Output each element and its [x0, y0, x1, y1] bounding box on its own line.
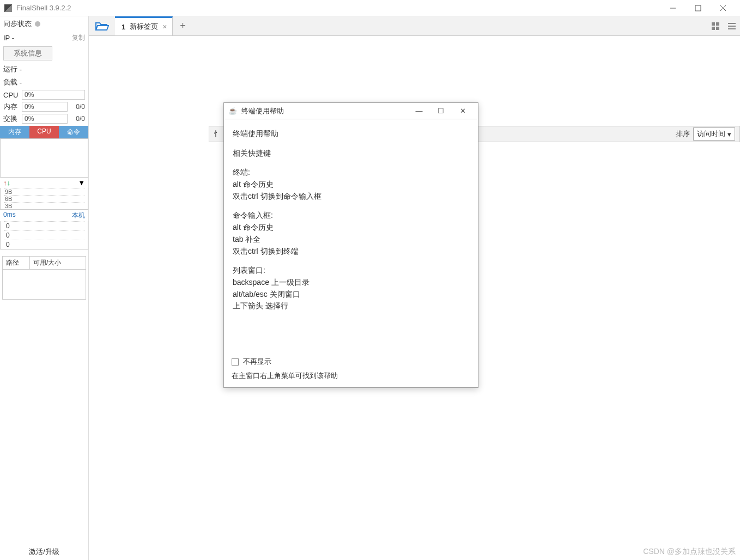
ping-val-0: 0: [4, 221, 84, 230]
sync-status-row: 同步状态: [0, 16, 88, 32]
mem-ratio: 0/0: [70, 103, 85, 111]
help-dialog: 终端使用帮助 — ☐ ✕ 终端使用帮助 相关快捷键 终端: alt 命令历史 双…: [223, 102, 478, 388]
chevron-down-icon: ▾: [727, 130, 731, 138]
dialog-title: 终端使用帮助: [241, 106, 408, 116]
toolbar-left-fragment: 忄: [214, 129, 221, 139]
dialog-minimize-button[interactable]: —: [408, 107, 430, 115]
dialog-titlebar[interactable]: 终端使用帮助 — ☐ ✕: [224, 103, 478, 119]
run-value: -: [20, 65, 22, 74]
cpu-row: CPU 0%: [0, 89, 88, 101]
tab-label: 新标签页: [130, 22, 158, 32]
load-label: 负载: [3, 77, 17, 87]
svg-rect-9: [728, 26, 736, 27]
dialog-heading: 终端使用帮助: [233, 128, 469, 140]
svg-rect-6: [712, 27, 715, 30]
dont-show-checkbox[interactable]: 不再显示: [232, 357, 470, 367]
cpu-value: 0%: [22, 90, 85, 100]
tabbar: 1 新标签页 × +: [89, 16, 740, 36]
add-tab-button[interactable]: +: [173, 16, 192, 35]
dialog-maximize-button[interactable]: ☐: [430, 107, 452, 115]
load-row: 负载 -: [0, 76, 88, 89]
titlebar: FinalShell 3.9.2.2: [0, 0, 740, 16]
svg-rect-7: [716, 27, 719, 30]
grid-view-icon[interactable]: [707, 16, 724, 35]
path-col-header[interactable]: 路径: [3, 257, 30, 269]
mem-label: 内存: [3, 102, 20, 112]
sort-select[interactable]: 访问时间 ▾: [693, 127, 735, 141]
graph-ticks: 9B 6B 3B: [0, 188, 88, 210]
sort-value: 访问时间: [697, 129, 725, 139]
maximize-button[interactable]: [686, 0, 711, 16]
ping-values: 0 0 0: [0, 221, 88, 249]
network-row: ↑ ↓ ▼: [0, 178, 88, 188]
svg-rect-10: [728, 28, 736, 29]
ping-val-1: 0: [4, 230, 84, 240]
tab-close-icon[interactable]: ×: [162, 22, 167, 31]
sync-status-label: 同步状态: [3, 19, 32, 29]
checkbox-icon: [232, 358, 239, 366]
app-title: FinalShell 3.9.2.2: [16, 4, 660, 12]
swap-value: 0%: [22, 114, 68, 124]
svg-rect-4: [712, 22, 715, 26]
ip-value: -: [12, 34, 14, 42]
dialog-body: 终端使用帮助 相关快捷键 终端: alt 命令历史 双击ctrl 切换到命令输入…: [224, 119, 478, 354]
sort-label: 排序: [676, 129, 690, 139]
tab-cpu[interactable]: CPU: [29, 126, 59, 138]
svg-rect-1: [695, 5, 701, 11]
dropdown-icon[interactable]: ▼: [78, 179, 85, 187]
size-col-header[interactable]: 可用/大小: [30, 257, 64, 269]
swap-label: 交换: [3, 114, 20, 124]
cpu-label: CPU: [3, 91, 20, 99]
load-value: -: [20, 78, 22, 87]
minimize-button[interactable]: [660, 0, 686, 16]
activate-link[interactable]: 激活/升级: [0, 544, 88, 560]
mem-row: 内存 0% 0/0: [0, 101, 88, 113]
svg-rect-8: [728, 23, 736, 24]
run-label: 运行: [3, 64, 17, 74]
app-icon: [4, 4, 12, 12]
dialog-subheading: 相关快捷键: [233, 148, 469, 160]
ping-host: 本机: [72, 211, 85, 220]
dialog-hint: 在主窗口右上角菜单可找到该帮助: [232, 371, 470, 381]
java-icon: [228, 107, 237, 115]
monitor-chart: [0, 138, 88, 178]
svg-rect-5: [716, 22, 719, 26]
tab-mem[interactable]: 内存: [0, 126, 29, 138]
copy-button[interactable]: 复制: [72, 33, 85, 42]
section-terminal: 终端: alt 命令历史 双击ctrl 切换到命令输入框: [233, 167, 469, 202]
checkbox-label: 不再显示: [243, 357, 271, 367]
download-icon: ↓: [7, 179, 11, 187]
ip-row: IP - 复制: [0, 32, 88, 44]
tab-number: 1: [122, 23, 125, 31]
sync-status-dot: [35, 21, 40, 27]
close-button[interactable]: [711, 0, 736, 16]
swap-ratio: 0/0: [70, 115, 85, 123]
ping-row: 0ms 本机: [0, 210, 88, 221]
sidebar: 同步状态 IP - 复制 系统信息 运行 - 负载 - CPU 0% 内存 0%…: [0, 16, 89, 560]
run-row: 运行 -: [0, 63, 88, 76]
monitor-tabs: 内存 CPU 命令: [0, 126, 88, 138]
dialog-close-button[interactable]: ✕: [452, 107, 474, 115]
ip-label: IP: [3, 34, 10, 42]
window-controls: [660, 0, 736, 16]
dialog-footer: 不再显示 在主窗口右上角菜单可找到该帮助: [224, 354, 478, 387]
swap-row: 交换 0% 0/0: [0, 113, 88, 125]
section-list: 列表窗口: backspace 上一级目录 alt/tab/esc 关闭窗口 上…: [233, 265, 469, 312]
tab-cmd[interactable]: 命令: [59, 126, 88, 138]
ping-val-2: 0: [4, 240, 84, 249]
tick-1: 6B: [4, 195, 84, 202]
path-box: 路径 可用/大小: [2, 256, 86, 300]
ping-ms: 0ms: [3, 211, 16, 220]
system-info-button[interactable]: 系统信息: [3, 46, 52, 60]
tick-2: 3B: [4, 202, 84, 209]
tab-1[interactable]: 1 新标签页 ×: [115, 16, 173, 35]
watermark: CSDN @多加点辣也没关系: [643, 547, 736, 557]
open-folder-button[interactable]: [89, 16, 115, 35]
section-input: 命令输入框: alt 命令历史 tab 补全 双击ctrl 切换到终端: [233, 210, 469, 257]
tick-0: 9B: [4, 188, 84, 195]
mem-value: 0%: [22, 102, 68, 112]
list-view-icon[interactable]: [724, 16, 740, 35]
